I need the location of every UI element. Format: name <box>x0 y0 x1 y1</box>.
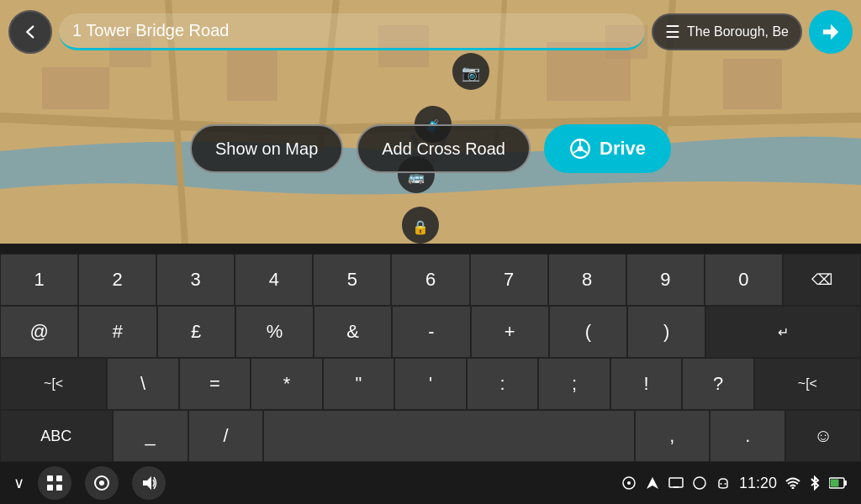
direction-icon <box>645 475 660 491</box>
svg-point-26 <box>578 146 584 152</box>
svg-rect-31 <box>56 475 62 481</box>
wifi-icon <box>785 477 800 489</box>
svg-text:📷: 📷 <box>462 64 481 82</box>
svg-text:🔒: 🔒 <box>412 219 429 235</box>
svg-point-44 <box>724 483 726 485</box>
grid-icon <box>46 475 63 491</box>
key-5[interactable]: 5 <box>313 254 391 306</box>
svg-rect-13 <box>723 59 782 109</box>
key-0[interactable]: 0 <box>705 254 783 306</box>
key-backspace[interactable]: ⌫ <box>783 254 861 306</box>
svg-line-3 <box>504 118 861 124</box>
key-close-paren[interactable]: ) <box>627 306 705 358</box>
key-percent[interactable]: % <box>235 306 314 358</box>
search-bar[interactable]: 1 Tower Bridge Road <box>59 13 645 50</box>
camera-button[interactable] <box>85 466 119 500</box>
drive-button[interactable]: Drive <box>544 124 671 173</box>
svg-rect-32 <box>47 485 53 491</box>
key-emoji[interactable]: ☺ <box>785 410 861 462</box>
bluetooth-icon <box>809 475 821 491</box>
key-quote[interactable]: " <box>323 358 395 410</box>
add-cross-road-button[interactable]: Add Cross Road <box>357 124 531 173</box>
key-underscore[interactable]: _ <box>113 410 188 462</box>
keyboard-row-symbols: @ # £ % & - + ( ) ↵ <box>0 306 861 358</box>
svg-marker-39 <box>647 477 658 489</box>
svg-line-29 <box>583 150 587 153</box>
key-exclamation[interactable]: ! <box>610 358 683 410</box>
chevron-down-icon[interactable]: ∨ <box>13 474 24 492</box>
svg-rect-30 <box>47 475 53 481</box>
key-6[interactable]: 6 <box>391 254 469 306</box>
svg-point-43 <box>720 483 721 485</box>
search-text: 1 Tower Bridge Road <box>72 21 229 40</box>
svg-point-35 <box>99 480 104 486</box>
android-icon <box>716 475 731 491</box>
key-comma[interactable]: , <box>635 410 710 462</box>
show-on-map-button[interactable]: Show on Map <box>190 124 343 173</box>
key-semicolon[interactable]: ; <box>538 358 610 410</box>
key-backslash[interactable]: \ <box>107 358 179 410</box>
bars-icon: ☰ <box>665 22 680 42</box>
key-3[interactable]: 3 <box>156 254 235 306</box>
steering-wheel-icon <box>569 138 591 160</box>
add-cross-road-label: Add Cross Road <box>382 139 505 159</box>
key-abc[interactable]: ABC <box>0 410 113 462</box>
key-ampersand[interactable]: & <box>314 306 392 358</box>
key-9[interactable]: 9 <box>626 254 705 306</box>
svg-rect-47 <box>831 480 839 487</box>
navigate-button[interactable] <box>809 10 853 54</box>
svg-point-38 <box>627 481 631 485</box>
key-7[interactable]: 7 <box>470 254 548 306</box>
key-enter[interactable]: ↵ <box>705 306 861 358</box>
status-bar: ∨ <box>0 462 861 504</box>
key-period[interactable]: . <box>710 410 785 462</box>
clock-display: 11:20 <box>739 475 777 492</box>
key-at[interactable]: @ <box>0 306 78 358</box>
keyboard-row-more-symbols: ~[< \ = * " ' : ; ! ? ~[< <box>0 358 861 410</box>
key-tilde-bracket-2[interactable]: ~[< <box>754 358 861 410</box>
back-button[interactable] <box>8 10 52 54</box>
location-pill[interactable]: ☰ The Borough, Be <box>652 13 802 50</box>
svg-rect-33 <box>56 485 62 491</box>
volume-icon <box>140 475 157 491</box>
keyboard-row-numbers: 1 2 3 4 5 6 7 8 9 0 ⌫ <box>0 254 861 306</box>
top-bar: 1 Tower Bridge Road ☰ The Borough, Be <box>0 10 861 54</box>
svg-marker-36 <box>143 476 151 490</box>
key-colon[interactable]: : <box>467 358 539 410</box>
key-equals[interactable]: = <box>179 358 251 410</box>
keyboard-row-bottom: ABC _ / , . ☺ <box>0 410 861 462</box>
key-4[interactable]: 4 <box>235 254 313 306</box>
camera-icon <box>93 475 110 491</box>
svg-rect-48 <box>844 480 847 486</box>
grid-button[interactable] <box>38 466 71 500</box>
key-hash[interactable]: # <box>78 306 156 358</box>
svg-rect-40 <box>669 478 683 487</box>
svg-line-28 <box>573 150 578 153</box>
key-space[interactable] <box>263 410 634 462</box>
volume-button[interactable] <box>132 466 166 500</box>
status-right: 11:20 <box>621 475 848 492</box>
battery-icon <box>829 477 848 489</box>
status-left: ∨ <box>13 466 166 500</box>
key-plus[interactable]: + <box>471 306 549 358</box>
key-minus[interactable]: - <box>392 306 470 358</box>
key-2[interactable]: 2 <box>78 254 156 306</box>
svg-point-42 <box>694 477 705 489</box>
key-1[interactable]: 1 <box>0 254 78 306</box>
gps-icon <box>621 475 637 491</box>
svg-point-45 <box>792 487 795 490</box>
key-tilde-bracket[interactable]: ~[< <box>0 358 107 410</box>
key-asterisk[interactable]: * <box>251 358 323 410</box>
action-buttons: Show on Map Add Cross Road Drive <box>0 124 861 173</box>
key-pound[interactable]: £ <box>157 306 235 358</box>
svg-rect-11 <box>227 50 277 101</box>
circle-icon <box>692 475 707 491</box>
key-slash[interactable]: / <box>188 410 264 462</box>
key-apostrophe[interactable]: ' <box>394 358 467 410</box>
key-8[interactable]: 8 <box>548 254 626 306</box>
show-on-map-label: Show on Map <box>215 139 318 159</box>
drive-label: Drive <box>600 138 646 160</box>
key-question[interactable]: ? <box>682 358 754 410</box>
key-open-paren[interactable]: ( <box>549 306 627 358</box>
location-text: The Borough, Be <box>687 24 789 39</box>
